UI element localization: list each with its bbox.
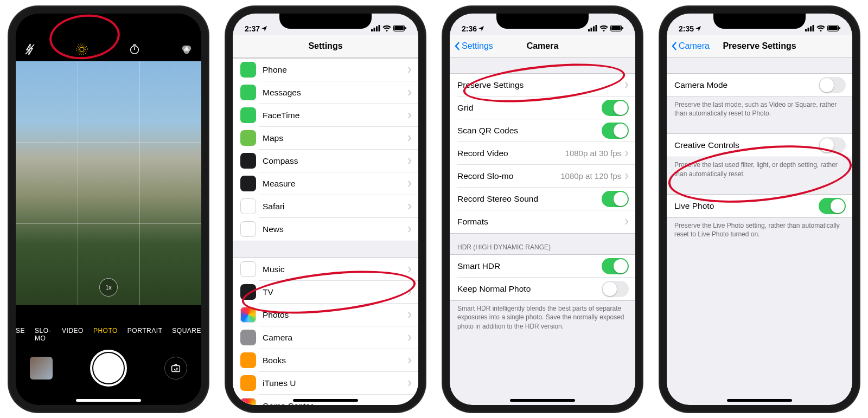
settings-row-safari[interactable]: Safari: [233, 195, 418, 218]
row-record-video[interactable]: Record Video1080p at 30 fps: [450, 142, 635, 165]
back-button[interactable]: Camera: [671, 41, 710, 51]
svg-point-2: [78, 46, 86, 53]
row-formats[interactable]: Formats: [450, 210, 635, 233]
back-button[interactable]: Settings: [454, 41, 493, 51]
page-title: Camera: [527, 41, 559, 51]
camera-mode-row[interactable]: SE SLO-MO VIDEO PHOTO PORTRAIT SQUARE: [16, 327, 201, 342]
svg-rect-28: [828, 26, 838, 30]
home-indicator[interactable]: [76, 399, 141, 402]
row-label: Smart HDR: [457, 261, 602, 271]
chevron-right-icon: [624, 173, 629, 179]
settings-row-measure[interactable]: Measure: [233, 172, 418, 195]
toggle-switch[interactable]: [602, 281, 629, 297]
chevron-right-icon: [407, 67, 412, 73]
last-photo-thumbnail[interactable]: [30, 357, 53, 380]
settings-row-maps[interactable]: Maps: [233, 127, 418, 150]
svg-rect-25: [810, 26, 812, 31]
settings-row-compass[interactable]: Compass: [233, 150, 418, 172]
settings-row-phone[interactable]: Phone: [233, 59, 418, 81]
chevron-right-icon: [407, 380, 412, 387]
settings-row-facetime[interactable]: FaceTime: [233, 104, 418, 127]
svg-rect-11: [376, 26, 378, 31]
signal-icon: [805, 24, 814, 33]
settings-row-news[interactable]: News: [233, 218, 418, 241]
nav-header: Settings: [233, 35, 418, 58]
svg-rect-23: [805, 29, 807, 31]
settings-row-itunes-u[interactable]: iTunes U: [233, 372, 418, 395]
toggle-switch[interactable]: [602, 123, 629, 139]
toggle-switch[interactable]: [602, 100, 629, 116]
shutter-button[interactable]: [90, 350, 127, 387]
row-label: Live Photo: [674, 201, 819, 211]
row-label: Messages: [263, 88, 407, 98]
home-indicator[interactable]: [510, 399, 575, 402]
home-indicator[interactable]: [293, 399, 358, 402]
row-footer: Preserve the last mode, such as Video or…: [667, 97, 852, 119]
app-icon: [240, 85, 256, 100]
chevron-right-icon: [407, 266, 412, 273]
settings-row-photos[interactable]: Photos: [233, 304, 418, 326]
home-indicator[interactable]: [727, 399, 792, 402]
svg-point-1: [80, 47, 84, 52]
settings-row-tv[interactable]: TV: [233, 281, 418, 304]
app-icon: [240, 221, 256, 237]
row-label: Preserve Settings: [457, 80, 624, 90]
status-time: 2:37: [245, 24, 260, 33]
settings-row-music[interactable]: Music: [233, 258, 418, 281]
row-keep-normal-photo[interactable]: Keep Normal Photo: [450, 278, 635, 300]
svg-rect-21: [611, 26, 621, 30]
svg-rect-15: [405, 27, 406, 29]
row-creative-controls[interactable]: Creative Controls: [667, 134, 852, 157]
toggle-switch[interactable]: [602, 258, 629, 274]
notch: [713, 14, 806, 29]
settings-row-camera[interactable]: Camera: [233, 326, 418, 349]
mode-slomo[interactable]: SLO-MO: [35, 327, 52, 342]
toggle-switch[interactable]: [819, 137, 846, 153]
row-label: News: [263, 224, 407, 234]
timer-icon[interactable]: [129, 43, 141, 57]
settings-row-books[interactable]: Books: [233, 349, 418, 372]
settings-row-messages[interactable]: Messages: [233, 81, 418, 104]
row-live-photo[interactable]: Live Photo: [667, 195, 852, 217]
row-grid[interactable]: Grid: [450, 97, 635, 119]
toggle-switch[interactable]: [602, 191, 629, 207]
settings-list-2: Music TV Photos Camera Books iTunes U Ga…: [233, 258, 418, 405]
toggle-switch[interactable]: [819, 77, 846, 93]
chevron-right-icon: [624, 218, 629, 225]
status-time: 2:35: [679, 24, 694, 33]
chevron-right-icon: [624, 82, 629, 88]
row-smart-hdr[interactable]: Smart HDR: [450, 255, 635, 278]
filters-icon[interactable]: [181, 43, 193, 57]
flash-icon[interactable]: [24, 43, 35, 57]
toggle-switch[interactable]: [819, 198, 846, 214]
camera-viewfinder[interactable]: 1x: [16, 61, 201, 305]
camera-flip-button[interactable]: [164, 357, 187, 380]
row-label: Books: [263, 356, 407, 365]
svg-rect-10: [374, 28, 375, 31]
mode-photo[interactable]: PHOTO: [93, 327, 118, 342]
phone-camera-settings: 2:36 Settings Camera Preserve Settings G…: [442, 6, 643, 413]
settings-list-1: Phone Messages FaceTime Maps Compass Mea…: [233, 58, 418, 241]
mode-square[interactable]: SQUARE: [172, 327, 201, 342]
wifi-icon: [816, 24, 825, 33]
svg-rect-29: [839, 27, 840, 29]
nav-header: Camera Preserve Settings: [667, 35, 852, 58]
live-photo-icon[interactable]: [75, 43, 88, 58]
mode-se[interactable]: SE: [16, 327, 25, 342]
row-label: Creative Controls: [674, 140, 819, 150]
location-icon: [695, 24, 701, 33]
mode-video[interactable]: VIDEO: [62, 327, 84, 342]
back-label: Settings: [462, 41, 493, 51]
row-camera-mode[interactable]: Camera Mode: [667, 74, 852, 97]
row-record-stereo-sound[interactable]: Record Stereo Sound: [450, 188, 635, 210]
battery-icon: [827, 24, 840, 33]
row-record-slo-mo[interactable]: Record Slo-mo1080p at 120 fps: [450, 165, 635, 188]
row-preserve-settings[interactable]: Preserve Settings: [450, 74, 635, 97]
mode-portrait[interactable]: PORTRAIT: [127, 327, 162, 342]
notch: [62, 14, 155, 29]
zoom-button[interactable]: 1x: [99, 278, 118, 297]
svg-rect-18: [593, 26, 595, 31]
chevron-right-icon: [407, 403, 412, 405]
row-scan-qr-codes[interactable]: Scan QR Codes: [450, 119, 635, 142]
phone-preserve-settings: 2:35 Camera Preserve Settings Camera Mod…: [659, 6, 860, 413]
